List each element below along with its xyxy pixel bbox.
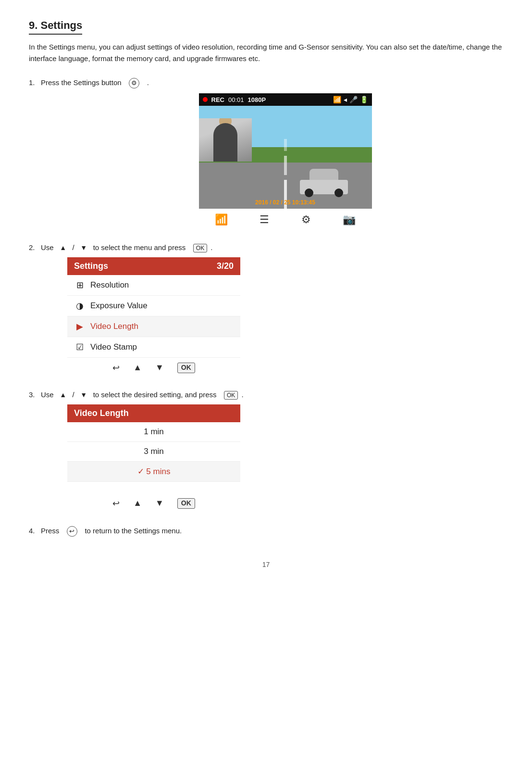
step-3-label: 3. Use ▲ / ▼ to select the desired setti…: [29, 390, 503, 400]
page-title: 9. Settings: [29, 19, 82, 35]
nav-up-btn[interactable]: ▲: [133, 363, 142, 373]
video-length-label: Video Length: [90, 322, 138, 331]
step-1-text-before: Press the Settings button: [41, 78, 122, 87]
step-3-text-use: Use: [41, 390, 54, 399]
exposure-icon: ◑: [74, 301, 86, 311]
car-body: [300, 180, 348, 194]
submenu-item-3min[interactable]: 3 min: [67, 442, 240, 462]
nav-back-btn[interactable]: ↩: [112, 363, 120, 373]
mic-icon: 🎤: [349, 96, 358, 103]
settings-menu-nav: ↩ ▲ ▼ OK: [67, 363, 240, 373]
rec-label: REC: [211, 96, 224, 103]
camera-bottom-icons: 📶 ☰ ⚙ 📷: [199, 214, 372, 226]
camera-bottom-icon: 📷: [343, 214, 356, 226]
menu-item-video-length[interactable]: ▶ Video Length: [67, 316, 240, 337]
intro-text: In the Settings menu, you can adjust set…: [29, 41, 503, 64]
submenu-up-btn[interactable]: ▲: [133, 498, 142, 509]
road-line-3: [284, 139, 287, 151]
settings-bottom-icon: ⚙: [301, 214, 311, 226]
wifi-bottom-icon: 📶: [215, 214, 228, 226]
submenu-down-btn[interactable]: ▼: [155, 498, 164, 509]
battery-icon: 🔋: [360, 96, 368, 103]
gps-icon: ◂: [344, 96, 347, 103]
step-4-text-press: Press: [41, 527, 59, 535]
ok-inline-icon: OK: [193, 244, 207, 252]
camera-screen: REC 00:01 1080P 📶 ◂ 🎤 🔋: [199, 93, 372, 209]
back-button-icon: ↩: [67, 526, 77, 537]
menu-page-indicator: 3/20: [217, 261, 234, 271]
step-2-slash: /: [73, 243, 74, 251]
rec-time: 00:01: [228, 96, 244, 103]
step-3-slash: /: [73, 390, 74, 399]
road-line-2: [284, 156, 287, 175]
page-number: 17: [29, 561, 503, 568]
submenu-nav: ↩ ▲ ▼ OK: [67, 498, 240, 509]
submenu-back-btn[interactable]: ↩: [112, 498, 120, 509]
submenu-ok-btn[interactable]: OK: [177, 498, 195, 509]
step-3-number: 3.: [29, 390, 35, 399]
wifi-icon: 📶: [333, 96, 341, 103]
step-4-number: 4.: [29, 527, 35, 535]
step-2-text-use: Use: [41, 243, 54, 251]
step-2-period: .: [210, 243, 212, 251]
camera-scene: 2016 / 02 / 25 10:13:45: [199, 106, 372, 209]
rec-bar: REC 00:01 1080P 📶 ◂ 🎤 🔋: [199, 93, 372, 106]
step-2: 2. Use ▲ / ▼ to select the menu and pres…: [29, 243, 503, 373]
step-3-period: .: [242, 390, 244, 399]
resolution-label: Resolution: [90, 280, 129, 290]
exposure-label: Exposure Value: [90, 301, 148, 311]
nav-down-btn[interactable]: ▼: [155, 363, 164, 373]
step-4-text-after: to return to the Settings menu.: [85, 527, 182, 535]
3min-label: 3 min: [144, 447, 164, 456]
menu-item-video-stamp[interactable]: ☑ Video Stamp: [67, 337, 240, 358]
step-2-text-after: to select the menu and press: [93, 243, 186, 251]
step-1-number: 1.: [29, 78, 35, 87]
video-stamp-icon: ☑: [74, 342, 86, 352]
down-arrow-icon: ▼: [80, 244, 87, 251]
up-arrow-icon-2: ▲: [60, 391, 66, 399]
menu-title: Settings: [74, 261, 108, 271]
road-lines: [266, 106, 305, 209]
step-4: 4. Press ↩ to return to the Settings men…: [29, 526, 503, 537]
date-stamp: 2016 / 02 / 25 10:13:45: [255, 199, 315, 206]
5mins-label: 5 mins: [146, 467, 170, 476]
car: [300, 168, 348, 194]
step-1: 1. Press the Settings button ⚙ . REC 00:…: [29, 78, 503, 226]
rec-status-icons: 📶 ◂ 🎤 🔋: [333, 96, 368, 103]
step-3-text-after: to select the desired setting, and press: [93, 390, 217, 399]
car-wheel-right: [334, 189, 343, 197]
settings-button-icon: ⚙: [129, 78, 139, 88]
step-4-label: 4. Press ↩ to return to the Settings men…: [29, 526, 503, 537]
down-arrow-icon-2: ▼: [80, 391, 87, 399]
step-3: 3. Use ▲ / ▼ to select the desired setti…: [29, 390, 503, 509]
step-2-label: 2. Use ▲ / ▼ to select the menu and pres…: [29, 243, 503, 252]
nav-ok-btn[interactable]: OK: [177, 363, 195, 373]
settings-menu: Settings 3/20 ⊞ Resolution ◑ Exposure Va…: [67, 257, 240, 373]
person-body: [213, 123, 237, 162]
submenu-item-1min[interactable]: 1 min: [67, 422, 240, 442]
rec-resolution: 1080P: [248, 96, 266, 103]
menu-icon: ☰: [260, 214, 269, 226]
up-arrow-icon: ▲: [60, 244, 66, 251]
submenu-header: Video Length: [67, 404, 240, 422]
submenu-item-5mins[interactable]: 5 mins: [67, 462, 240, 482]
car-wheel-left: [305, 189, 313, 197]
video-length-submenu: Video Length 1 min 3 min 5 mins ↩ ▲ ▼ OK: [67, 404, 240, 509]
resolution-icon: ⊞: [74, 280, 86, 290]
step-1-label: 1. Press the Settings button ⚙ .: [29, 78, 503, 88]
camera-screen-container: REC 00:01 1080P 📶 ◂ 🎤 🔋: [67, 93, 503, 226]
menu-header: Settings 3/20: [67, 257, 240, 275]
video-stamp-label: Video Stamp: [90, 342, 137, 352]
menu-item-resolution[interactable]: ⊞ Resolution: [67, 275, 240, 296]
1min-label: 1 min: [144, 427, 164, 436]
rec-dot: [203, 97, 208, 102]
step-1-period: .: [147, 78, 149, 87]
ok-inline-icon-2: OK: [224, 391, 238, 400]
video-length-icon: ▶: [74, 321, 86, 332]
person-thumbnail: [199, 118, 252, 162]
menu-item-exposure[interactable]: ◑ Exposure Value: [67, 296, 240, 316]
step-2-number: 2.: [29, 243, 35, 251]
